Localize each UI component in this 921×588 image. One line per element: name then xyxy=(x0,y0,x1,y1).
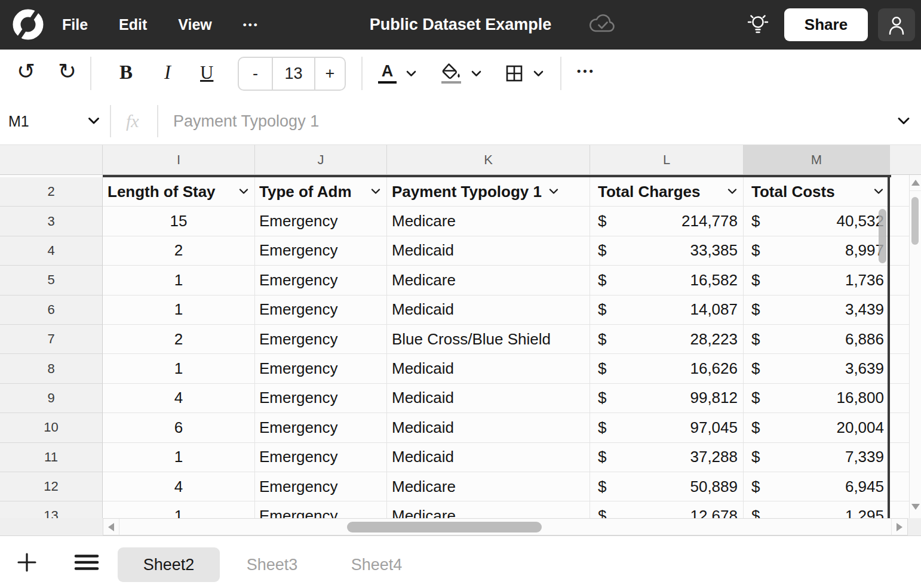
header-cell-payment-typology[interactable]: Payment Typology 1 xyxy=(387,177,590,207)
cell-length-of-stay[interactable]: 2 xyxy=(103,236,255,266)
column-header-J[interactable]: J xyxy=(255,145,387,175)
scroll-up-button[interactable] xyxy=(910,175,921,191)
cell-total-costs[interactable]: $3,639 xyxy=(744,354,890,383)
cell-payment-typology[interactable]: Medicaid xyxy=(387,236,590,266)
scroll-right-button[interactable] xyxy=(891,519,907,535)
cell-total-charges[interactable]: $50,889 xyxy=(590,472,744,501)
cell-length-of-stay[interactable]: 1 xyxy=(103,266,255,295)
row-number[interactable]: 3 xyxy=(0,207,103,236)
cell-total-costs[interactable]: $40,532 xyxy=(744,207,890,236)
cell-total-costs[interactable]: $6,886 xyxy=(744,325,890,354)
add-sheet-button[interactable] xyxy=(16,552,38,573)
menu-file[interactable]: File xyxy=(62,16,88,33)
cell-length-of-stay[interactable]: 1 xyxy=(103,354,255,383)
cell-total-charges[interactable]: $97,045 xyxy=(590,413,744,442)
filter-chevron-icon[interactable] xyxy=(239,189,248,195)
tab-sheet3[interactable]: Sheet3 xyxy=(235,547,309,582)
cell-payment-typology[interactable]: Blue Cross/Blue Shield xyxy=(387,325,590,354)
row-number[interactable]: 13 xyxy=(0,501,103,518)
formula-input[interactable]: Payment Typology 1 xyxy=(173,97,319,145)
tab-sheet2[interactable]: Sheet2 xyxy=(118,547,220,582)
font-size-decrease-button[interactable]: - xyxy=(239,58,272,90)
cell-payment-typology[interactable]: Medicaid xyxy=(387,354,590,383)
cell-type-of-admission[interactable]: Emergency xyxy=(255,413,387,442)
cell-type-of-admission[interactable]: Emergency xyxy=(255,384,387,413)
cell-payment-typology[interactable]: Medicare xyxy=(387,501,590,518)
cell-total-charges[interactable]: $99,812 xyxy=(590,384,744,413)
text-color-button[interactable]: A xyxy=(378,58,416,89)
toolbar-more-button[interactable]: ••• xyxy=(577,65,595,78)
cell-payment-typology[interactable]: Medicaid xyxy=(387,443,590,472)
header-cell-length-of-stay[interactable]: Length of Stay xyxy=(103,177,255,207)
scroll-down-button[interactable] xyxy=(910,499,921,515)
row-number[interactable]: 9 xyxy=(0,384,103,413)
fill-color-button[interactable] xyxy=(440,58,481,89)
cell-type-of-admission[interactable]: Emergency xyxy=(255,325,387,354)
cell-total-costs[interactable]: $7,339 xyxy=(744,443,890,472)
row-number[interactable]: 2 xyxy=(0,177,103,207)
cell-total-costs[interactable]: $1,295 xyxy=(744,501,890,518)
cell-payment-typology[interactable]: Medicaid xyxy=(387,384,590,413)
cell-total-costs[interactable]: $6,945 xyxy=(744,472,890,501)
table-inner-scrollbar-thumb[interactable] xyxy=(879,209,886,263)
italic-button[interactable]: I xyxy=(164,61,171,84)
cell-total-costs[interactable]: $1,736 xyxy=(744,266,890,295)
row-number[interactable]: 6 xyxy=(0,295,103,325)
filter-chevron-icon[interactable] xyxy=(371,189,380,195)
filter-chevron-icon[interactable] xyxy=(727,189,737,195)
cell-length-of-stay[interactable]: 1 xyxy=(103,501,255,518)
cell-reference[interactable]: M1 xyxy=(8,97,29,145)
cell-total-charges[interactable]: $12,678 xyxy=(590,501,744,518)
column-header-M-selected[interactable]: M xyxy=(744,145,890,175)
tab-sheet4[interactable]: Sheet4 xyxy=(339,547,414,582)
cell-payment-typology[interactable]: Medicaid xyxy=(387,413,590,442)
sheet-list-menu-button[interactable] xyxy=(74,554,99,571)
font-size-increase-button[interactable]: + xyxy=(315,58,345,90)
cell-total-charges[interactable]: $28,223 xyxy=(590,325,744,354)
account-button[interactable] xyxy=(878,8,915,41)
menu-edit[interactable]: Edit xyxy=(119,16,147,33)
cell-total-costs[interactable]: $3,439 xyxy=(744,295,890,325)
undo-button[interactable]: ↺ xyxy=(17,60,35,82)
cell-length-of-stay[interactable]: 2 xyxy=(103,325,255,354)
cell-length-of-stay[interactable]: 4 xyxy=(103,472,255,501)
cell-payment-typology[interactable]: Medicare xyxy=(387,266,590,295)
cell-total-costs[interactable]: $16,800 xyxy=(744,384,890,413)
filter-chevron-icon[interactable] xyxy=(874,189,883,195)
cell-total-charges[interactable]: $14,087 xyxy=(590,295,744,325)
borders-button[interactable] xyxy=(505,58,544,89)
cell-type-of-admission[interactable]: Emergency xyxy=(255,501,387,518)
row-number[interactable]: 4 xyxy=(0,236,103,266)
row-number[interactable]: 10 xyxy=(0,413,103,442)
cell-total-charges[interactable]: $37,288 xyxy=(590,443,744,472)
font-size-value[interactable]: 13 xyxy=(272,58,315,90)
header-cell-total-costs[interactable]: Total Costs xyxy=(744,177,890,207)
cell-type-of-admission[interactable]: Emergency xyxy=(255,472,387,501)
horizontal-scrollbar-thumb[interactable] xyxy=(347,522,542,532)
cell-type-of-admission[interactable]: Emergency xyxy=(255,354,387,383)
share-button[interactable]: Share xyxy=(784,8,868,41)
tips-lightbulb-icon[interactable] xyxy=(747,12,769,37)
column-header-I[interactable]: I xyxy=(103,145,255,175)
underline-button[interactable]: U xyxy=(200,62,213,84)
cell-total-charges[interactable]: $16,582 xyxy=(590,266,744,295)
document-title[interactable]: Public Dataset Example xyxy=(370,0,552,50)
grid-corner[interactable] xyxy=(0,145,103,175)
header-cell-total-charges[interactable]: Total Charges xyxy=(590,177,744,207)
row-number[interactable]: 5 xyxy=(0,266,103,295)
menu-more-icon[interactable]: ••• xyxy=(243,19,259,31)
cell-total-charges[interactable]: $33,385 xyxy=(590,236,744,266)
cell-payment-typology[interactable]: Medicaid xyxy=(387,295,590,325)
cell-length-of-stay[interactable]: 6 xyxy=(103,413,255,442)
row-number[interactable]: 8 xyxy=(0,354,103,383)
cell-type-of-admission[interactable]: Emergency xyxy=(255,207,387,236)
cell-type-of-admission[interactable]: Emergency xyxy=(255,443,387,472)
vertical-scrollbar[interactable] xyxy=(909,175,921,518)
menu-view[interactable]: View xyxy=(178,16,212,33)
cell-payment-typology[interactable]: Medicare xyxy=(387,472,590,501)
cell-length-of-stay[interactable]: 1 xyxy=(103,295,255,325)
column-header-L[interactable]: L xyxy=(590,145,744,175)
row-number[interactable]: 7 xyxy=(0,325,103,354)
cell-type-of-admission[interactable]: Emergency xyxy=(255,295,387,325)
cell-total-charges[interactable]: $16,626 xyxy=(590,354,744,383)
